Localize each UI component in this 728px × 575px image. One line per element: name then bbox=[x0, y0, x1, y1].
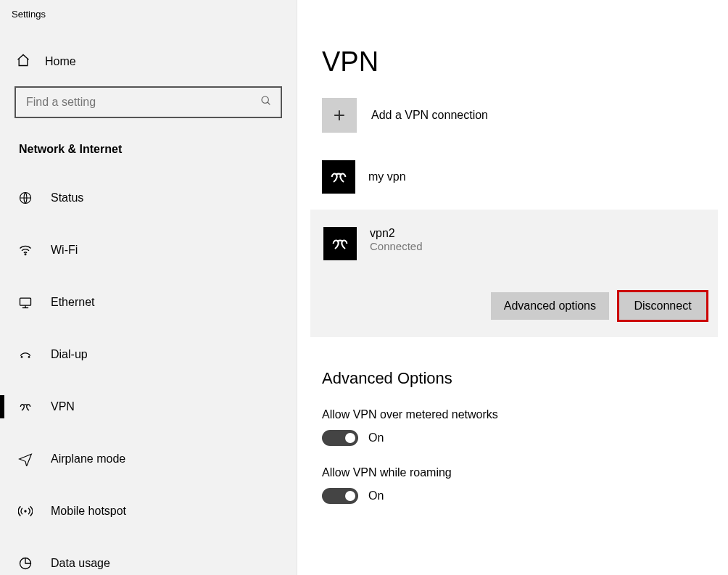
vpn-connection-item[interactable]: my vpn bbox=[297, 153, 728, 201]
ethernet-icon bbox=[17, 295, 33, 310]
nav-label: Wi-Fi bbox=[51, 244, 78, 257]
nav-label: VPN bbox=[51, 400, 75, 413]
toggle-state: On bbox=[368, 489, 384, 502]
sidebar: Settings Home Network & Internet bbox=[0, 0, 297, 575]
home-icon bbox=[16, 53, 30, 70]
add-vpn-label: Add a VPN connection bbox=[371, 109, 488, 122]
sidebar-item-datausage[interactable]: Data usage bbox=[0, 546, 297, 575]
svg-point-3 bbox=[25, 254, 26, 255]
hotspot-icon bbox=[17, 504, 33, 518]
sidebar-item-vpn[interactable]: VPN bbox=[0, 389, 297, 424]
sidebar-item-hotspot[interactable]: Mobile hotspot bbox=[0, 494, 297, 529]
datausage-icon bbox=[17, 556, 33, 571]
vpn-name: vpn2 bbox=[370, 227, 423, 240]
advanced-options-button[interactable]: Advanced options bbox=[491, 292, 609, 320]
option-label: Allow VPN while roaming bbox=[322, 466, 728, 479]
page-title: VPN bbox=[297, 0, 728, 98]
airplane-icon bbox=[17, 452, 33, 466]
svg-line-1 bbox=[268, 102, 270, 104]
search-icon bbox=[260, 95, 272, 109]
toggle-metered[interactable] bbox=[322, 430, 358, 446]
vpn-connection-item[interactable]: vpn2 Connected bbox=[322, 220, 706, 268]
globe-icon bbox=[17, 191, 33, 205]
advanced-options-header: Advanced Options bbox=[297, 337, 728, 388]
nav-label: Ethernet bbox=[51, 296, 94, 309]
vpn-icon bbox=[17, 400, 33, 414]
home-link[interactable]: Home bbox=[0, 24, 297, 86]
vpn-name: my vpn bbox=[368, 170, 406, 183]
sidebar-item-status[interactable]: Status bbox=[0, 181, 297, 215]
option-metered: Allow VPN over metered networks On bbox=[297, 388, 728, 446]
main-panel: VPN + Add a VPN connection my vpn bbox=[297, 0, 728, 575]
add-vpn-connection[interactable]: + Add a VPN connection bbox=[297, 98, 728, 133]
window-title: Settings bbox=[0, 0, 297, 24]
home-label: Home bbox=[45, 55, 76, 68]
sidebar-item-ethernet[interactable]: Ethernet bbox=[0, 285, 297, 320]
dialup-icon bbox=[17, 347, 33, 362]
svg-rect-4 bbox=[20, 298, 31, 305]
svg-point-9 bbox=[24, 510, 26, 512]
sidebar-item-airplane[interactable]: Airplane mode bbox=[0, 442, 297, 476]
svg-point-8 bbox=[28, 356, 30, 358]
disconnect-button[interactable]: Disconnect bbox=[619, 292, 706, 320]
vpn-connection-expanded: vpn2 Connected Advanced options Disconne… bbox=[310, 210, 718, 337]
svg-point-7 bbox=[21, 356, 23, 358]
sidebar-item-wifi[interactable]: Wi-Fi bbox=[0, 233, 297, 268]
nav-label: Data usage bbox=[51, 557, 110, 570]
nav-label: Mobile hotspot bbox=[51, 505, 126, 518]
wifi-icon bbox=[17, 243, 33, 257]
category-header: Network & Internet bbox=[0, 118, 297, 156]
search-input[interactable] bbox=[25, 95, 245, 109]
option-label: Allow VPN over metered networks bbox=[322, 408, 728, 421]
plus-icon: + bbox=[322, 98, 357, 133]
sidebar-item-dialup[interactable]: Dial-up bbox=[0, 337, 297, 372]
nav-label: Status bbox=[51, 191, 83, 204]
vpn-tile-icon bbox=[322, 160, 355, 194]
nav-label: Airplane mode bbox=[51, 452, 125, 466]
search-box[interactable] bbox=[15, 86, 282, 118]
nav-label: Dial-up bbox=[51, 348, 88, 361]
toggle-state: On bbox=[368, 431, 384, 444]
vpn-tile-icon bbox=[323, 227, 357, 260]
option-roaming: Allow VPN while roaming On bbox=[297, 446, 728, 504]
svg-point-0 bbox=[262, 96, 268, 103]
toggle-roaming[interactable] bbox=[322, 488, 358, 504]
sidebar-nav: Status Wi-Fi Ethernet bbox=[0, 181, 297, 575]
vpn-status: Connected bbox=[370, 240, 423, 252]
